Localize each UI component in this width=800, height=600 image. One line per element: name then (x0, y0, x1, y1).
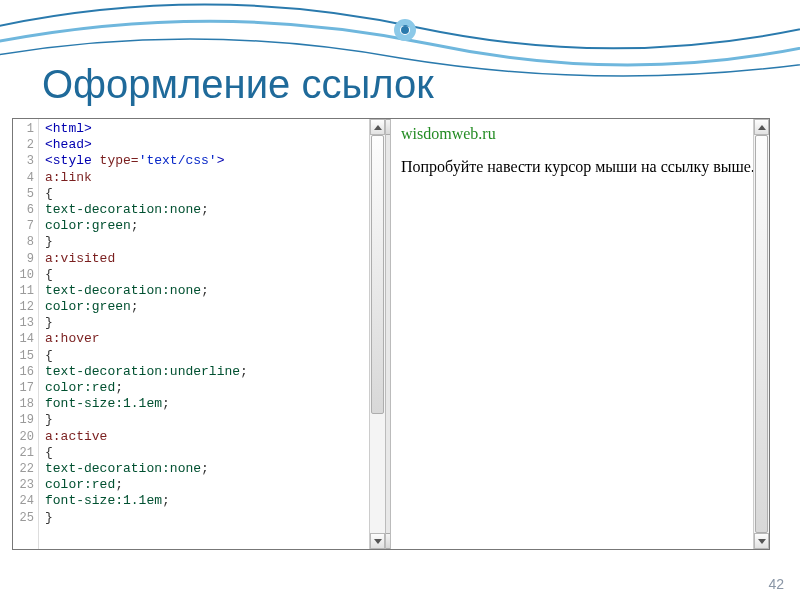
code-line: { (45, 267, 248, 283)
svg-point-0 (401, 26, 409, 34)
code-line: } (45, 315, 248, 331)
example-frame: 1234567891011121314151617181920212223242… (12, 118, 770, 550)
code-line: } (45, 510, 248, 526)
code-line: text-decoration:underline; (45, 364, 248, 380)
code-line: } (45, 412, 248, 428)
scroll-up-button[interactable] (754, 119, 769, 135)
code-line: text-decoration:none; (45, 283, 248, 299)
code-line: color:green; (45, 218, 248, 234)
code-line: a:link (45, 170, 248, 186)
scroll-up-button[interactable] (370, 119, 385, 135)
scroll-track[interactable] (370, 135, 385, 533)
code-line: text-decoration:none; (45, 461, 248, 477)
code-line: color:red; (45, 477, 248, 493)
code-line: font-size:1.1em; (45, 396, 248, 412)
scroll-track[interactable] (754, 135, 769, 533)
code-line: { (45, 186, 248, 202)
code-line: { (45, 348, 248, 364)
preview-scrollbar[interactable] (753, 119, 769, 549)
svg-point-1 (397, 22, 413, 38)
preview-link[interactable]: wisdomweb.ru (401, 125, 496, 142)
code-line: a:hover (45, 331, 248, 347)
code-line: color:red; (45, 380, 248, 396)
code-line: <head> (45, 137, 248, 153)
line-number-gutter: 1234567891011121314151617181920212223242… (13, 119, 39, 549)
page-number: 42 (768, 576, 784, 592)
scroll-thumb[interactable] (371, 135, 384, 414)
code-line: } (45, 234, 248, 250)
code-line: <style type='text/css'> (45, 153, 248, 169)
code-line: a:visited (45, 251, 248, 267)
code-pane: 1234567891011121314151617181920212223242… (13, 119, 385, 549)
scroll-down-button[interactable] (370, 533, 385, 549)
preview-body-text: Попробуйте навести курсор мыши на ссылку… (401, 157, 759, 177)
code-line: { (45, 445, 248, 461)
code-line: font-size:1.1em; (45, 493, 248, 509)
scroll-down-button[interactable] (754, 533, 769, 549)
code-line: text-decoration:none; (45, 202, 248, 218)
code-scrollbar[interactable] (369, 119, 385, 549)
preview-pane: wisdomweb.ru Попробуйте навести курсор м… (391, 119, 769, 549)
scroll-thumb[interactable] (755, 135, 768, 533)
code-line: a:active (45, 429, 248, 445)
slide-title: Оформление ссылок (42, 62, 434, 107)
code-listing: <html><head><style type='text/css'>a:lin… (39, 119, 248, 549)
code-line: color:green; (45, 299, 248, 315)
code-line: <html> (45, 121, 248, 137)
